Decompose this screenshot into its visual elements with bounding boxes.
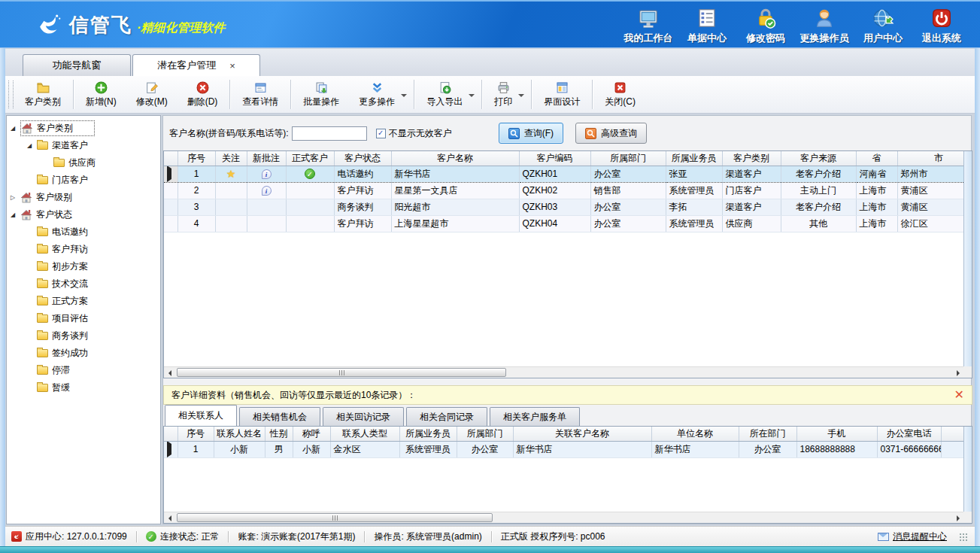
column-header[interactable]: 所属部门	[590, 151, 666, 166]
column-header[interactable]: 所属业务员	[666, 151, 722, 166]
edit-button[interactable]: 修改(M)	[126, 76, 177, 113]
tree-item-supplier[interactable]: ◢ 供应商	[7, 154, 160, 172]
tree-item-customer-level[interactable]: ▷ 客户级别	[7, 189, 160, 206]
dropdown-caret-icon[interactable]	[469, 94, 475, 97]
dropdown-caret-icon[interactable]	[401, 94, 407, 97]
add-button[interactable]: 新增(N)	[76, 76, 126, 113]
tree-item-phone-invite[interactable]: ◢电话邀约	[7, 223, 160, 241]
tree-item-channel-customer[interactable]: ◢ 渠道客户	[7, 137, 160, 154]
column-header[interactable]: 所属业务员	[399, 427, 457, 441]
print-button[interactable]: 打印	[484, 76, 529, 113]
column-header[interactable]: 联系人姓名	[214, 427, 265, 441]
star-icon[interactable]: ★	[226, 168, 236, 180]
annotation-icon[interactable]: i	[262, 186, 272, 196]
dropdown-caret-icon[interactable]	[518, 94, 524, 97]
scroll-right-arrow[interactable]	[952, 367, 963, 378]
horizontal-scrollbar[interactable]	[164, 366, 963, 378]
table-row[interactable]: 2 i 客户拜访 星星第一文具店 QZKH02 销售部 系统管理员 门店客户	[164, 182, 963, 199]
customer-name-input[interactable]	[292, 126, 367, 141]
expander-expanded-icon[interactable]: ◢	[11, 211, 20, 218]
column-header[interactable]: 序号	[177, 427, 214, 441]
table-row[interactable]: 1 小新 男 小新 金水区 系统管理员 办公室 新华书店 新华书店 办公室 18	[164, 441, 963, 457]
column-header[interactable]: 正式客户	[286, 151, 334, 166]
tab-potential-customers[interactable]: 潜在客户管理 ×	[132, 54, 260, 76]
column-header[interactable]: 关联客户名称	[513, 427, 651, 441]
tab-function-nav[interactable]: 功能导航窗	[23, 54, 131, 76]
scrollbar-thumb[interactable]	[177, 368, 506, 377]
column-header[interactable]: 办公室电话	[877, 427, 941, 441]
scroll-left-arrow[interactable]	[164, 367, 175, 378]
column-header[interactable]: 新批注	[247, 151, 286, 166]
nav-document-center[interactable]: 单据中心	[678, 7, 736, 45]
detail-tab-contract-records[interactable]: 相关合同记录	[406, 407, 487, 426]
column-header[interactable]: 市	[897, 151, 963, 166]
column-header[interactable]: 客户来源	[781, 151, 856, 166]
tree-item-store-customer[interactable]: ◢ 门店客户	[7, 172, 160, 189]
tree-item-customer-visit[interactable]: ◢客户拜访	[7, 241, 160, 258]
column-header[interactable]: 序号	[177, 151, 215, 166]
customer-category-button[interactable]: 客户类别	[15, 76, 71, 113]
more-operations-button[interactable]: 更多操作	[349, 76, 411, 113]
tree-item-tech-exchange[interactable]: ◢技术交流	[7, 275, 160, 293]
table-row[interactable]: 1 ★ i ✓ 电话邀约 新华书店 QZKH01 办公室 张亚 渠道客户 老客户	[164, 166, 963, 182]
detail-tab-visit-records[interactable]: 相关回访记录	[323, 407, 404, 426]
vertical-scrollbar[interactable]	[963, 151, 972, 366]
tree-item-postponed[interactable]: ◢暂缓	[7, 379, 160, 397]
column-header[interactable]: 关注	[215, 151, 247, 166]
tree-item-customer-category[interactable]: ◢ 客户类别	[7, 120, 160, 137]
vertical-scrollbar[interactable]	[963, 427, 972, 512]
annotation-icon[interactable]: i	[262, 169, 272, 179]
expander-collapsed-icon[interactable]: ▷	[11, 194, 20, 201]
nav-my-workbench[interactable]: 我的工作台	[619, 7, 678, 45]
detail-tab-service-orders[interactable]: 相关客户服务单	[490, 407, 580, 426]
hide-invalid-checkbox[interactable]: ✓ 不显示无效客户	[376, 127, 452, 140]
column-header[interactable]: 客户类别	[722, 151, 781, 166]
close-tab-icon[interactable]: ×	[229, 61, 235, 71]
nav-switch-operator[interactable]: 更换操作员	[795, 7, 854, 45]
column-header[interactable]: 联系人类型	[330, 427, 399, 441]
column-header[interactable]: 性别	[265, 427, 293, 441]
nav-change-password[interactable]: 修改密码	[736, 7, 795, 45]
message-center-link[interactable]: 消息提醒中心	[878, 530, 947, 543]
toolbar-grip[interactable]	[8, 81, 14, 108]
query-button[interactable]: 查询(F)	[499, 123, 563, 144]
nav-user-center[interactable]: 用户中心	[854, 7, 912, 45]
tree-item-signed-success[interactable]: ◢签约成功	[7, 345, 160, 362]
table-row[interactable]: 4 客户拜访 上海星星超市 QZKH04 办公室 系统管理员 供应商 其他	[164, 215, 963, 232]
tree-item-customer-status[interactable]: ◢ 客户状态	[7, 206, 160, 223]
tree-item-project-evaluation[interactable]: ◢项目评估	[7, 310, 160, 327]
column-header[interactable]: 单位名称	[651, 427, 739, 441]
scroll-left-arrow[interactable]	[164, 512, 175, 524]
advanced-query-button[interactable]: 高级查询	[575, 123, 647, 144]
expander-expanded-icon[interactable]: ◢	[27, 142, 37, 149]
expander-expanded-icon[interactable]: ◢	[11, 125, 20, 132]
column-header[interactable]: 称呼	[293, 427, 330, 441]
brand: 信管飞 ·精细化管理软件	[35, 11, 225, 39]
column-header[interactable]: 客户编码	[519, 151, 590, 166]
column-header[interactable]: 所属部门	[457, 427, 513, 441]
scrollbar-thumb[interactable]	[177, 513, 493, 522]
column-header[interactable]: 客户名称	[391, 151, 519, 166]
batch-operations-button[interactable]: 批量操作	[293, 76, 349, 113]
column-header[interactable]: 省	[856, 151, 897, 166]
detail-tab-sales-opportunities[interactable]: 相关销售机会	[239, 407, 320, 426]
table-row[interactable]: 3 商务谈判 阳光超市 QZKH03 办公室 李拓 渠道客户 老客户介绍	[164, 199, 963, 215]
detail-close-icon[interactable]: ✕	[954, 389, 964, 401]
tree-item-business-negotiation[interactable]: ◢商务谈判	[7, 327, 160, 345]
close-button[interactable]: 关闭(C)	[595, 76, 645, 113]
horizontal-scrollbar[interactable]	[164, 512, 963, 523]
column-header[interactable]: 客户状态	[334, 151, 391, 166]
column-header[interactable]: 所在部门	[739, 427, 796, 441]
ui-design-button[interactable]: 界面设计	[534, 76, 590, 113]
resize-grip[interactable]	[959, 533, 967, 541]
view-details-button[interactable]: 查看详情	[232, 76, 288, 113]
tree-item-initial-plan[interactable]: ◢初步方案	[7, 258, 160, 275]
tree-item-formal-plan[interactable]: ◢正式方案	[7, 293, 160, 310]
scroll-right-arrow[interactable]	[952, 512, 963, 524]
nav-exit-system[interactable]: 退出系统	[912, 7, 971, 45]
tree-item-stalled[interactable]: ◢停滞	[7, 362, 160, 379]
detail-tab-contacts[interactable]: 相关联系人	[165, 405, 237, 426]
column-header[interactable]: 手机	[796, 427, 877, 441]
delete-button[interactable]: 删除(D)	[177, 76, 228, 113]
import-export-button[interactable]: 导入导出	[417, 76, 479, 113]
